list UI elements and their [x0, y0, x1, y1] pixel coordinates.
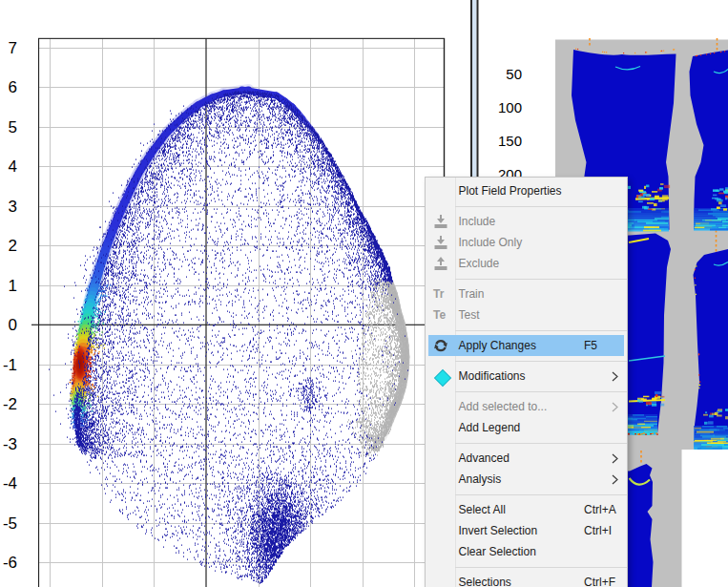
svg-text:2: 2: [9, 237, 17, 255]
svg-text:7: 7: [9, 39, 17, 57]
svg-text:-1: -1: [3, 356, 17, 374]
svg-text:-6: -6: [3, 554, 17, 572]
svg-text:4: 4: [9, 157, 17, 176]
svg-text:5: 5: [9, 118, 17, 136]
svg-text:100: 100: [498, 99, 522, 115]
svg-text:-4: -4: [3, 474, 17, 493]
svg-text:50: 50: [506, 66, 522, 82]
svg-text:3: 3: [9, 198, 17, 216]
svg-text:-5: -5: [3, 514, 17, 533]
svg-text:6: 6: [9, 78, 17, 96]
svg-text:1: 1: [9, 277, 17, 295]
svg-text:150: 150: [498, 133, 522, 149]
svg-text:0: 0: [9, 316, 17, 334]
svg-text:-2: -2: [3, 395, 17, 413]
svg-text:-3: -3: [3, 435, 17, 453]
